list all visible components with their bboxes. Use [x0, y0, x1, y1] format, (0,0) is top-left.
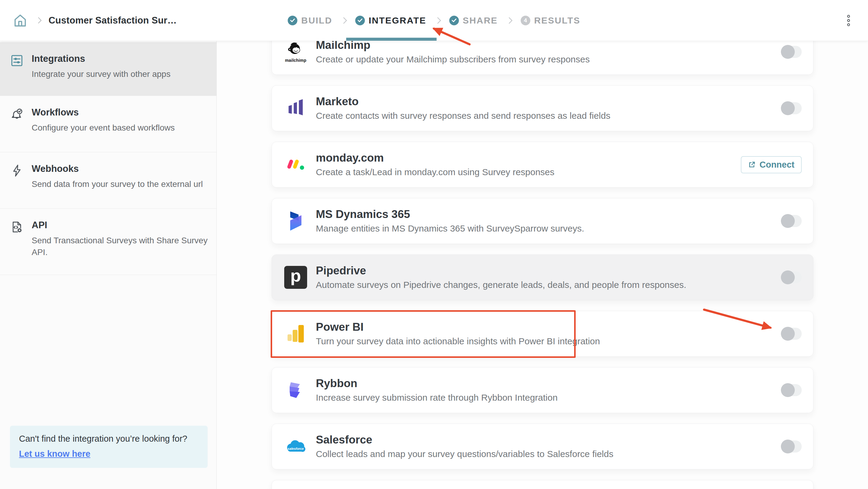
wizard-steps: BUILD INTEGRATE SHARE 4 RESULTS — [288, 0, 581, 41]
sidebar-item-webhooks[interactable]: Webhooks Send data from your survey to t… — [0, 152, 216, 209]
active-step-underline — [346, 38, 436, 41]
external-link-icon — [748, 161, 756, 169]
integration-description: Automate surveys on Pipedrive changes, g… — [316, 279, 686, 290]
integration-card-partial[interactable] — [272, 480, 813, 489]
integration-description: Manage entities in MS Dynamics 365 with … — [316, 223, 584, 234]
integration-name: Marketo — [316, 95, 610, 108]
salesforce-toggle[interactable] — [782, 440, 802, 453]
lightning-icon — [10, 164, 24, 178]
salesforce-wordmark: salesforce — [287, 447, 304, 450]
step-separator-icon — [340, 17, 347, 24]
home-icon[interactable] — [12, 12, 28, 29]
integration-card-marketo[interactable]: Marketo Create contacts with survey resp… — [272, 85, 813, 131]
step-separator-icon — [506, 17, 513, 24]
more-options-kebab-icon[interactable] — [845, 12, 852, 28]
integration-name: Mailchimp — [316, 41, 590, 52]
integration-card-rybbon[interactable]: Rybbon Increase survey submission rate t… — [272, 367, 813, 413]
step-build[interactable]: BUILD — [288, 0, 333, 41]
step-results[interactable]: 4 RESULTS — [521, 0, 580, 41]
integrations-panel: mailchimp Mailchimp Create or update you… — [217, 41, 868, 489]
step-integrate[interactable]: INTEGRATE — [355, 0, 426, 41]
code-file-gear-icon — [10, 220, 24, 234]
monday-connect-button[interactable]: Connect — [741, 156, 802, 173]
breadcrumb-chevron-icon — [35, 17, 41, 24]
pipedrive-letter: p — [290, 266, 301, 285]
monday-logo-icon — [283, 158, 308, 171]
power-bi-logo-icon — [283, 325, 308, 343]
integration-description: Create contacts with survey responses an… — [316, 110, 610, 121]
sidebar-item-workflows[interactable]: Workflows Configure your event based wor… — [0, 96, 216, 152]
integration-card-ms-dynamics[interactable]: MS Dynamics 365 Manage entities in MS Dy… — [272, 198, 813, 244]
sidebar-item-title: Webhooks — [32, 164, 203, 174]
pipedrive-toggle[interactable] — [782, 271, 802, 283]
integration-description: Increase survey submission rate through … — [316, 392, 558, 403]
integration-description: Create or update your Mailchimp subscrib… — [316, 54, 590, 65]
integration-name: MS Dynamics 365 — [316, 208, 584, 221]
sidebar-item-title: API — [32, 220, 213, 230]
integration-card-mailchimp[interactable]: mailchimp Mailchimp Create or update you… — [272, 41, 813, 75]
rybbon-toggle[interactable] — [782, 384, 802, 396]
integration-help-box: Can't find the integration you’re lookin… — [10, 426, 208, 468]
marketo-toggle[interactable] — [782, 102, 802, 114]
top-header: Customer Satisfaction Sur… BUILD INTEGRA… — [0, 0, 868, 41]
sidebar-item-subtitle: Integrate your survey with other apps — [32, 68, 170, 80]
step-number-circle: 4 — [521, 16, 530, 25]
help-question: Can't find the integration you’re lookin… — [19, 434, 198, 444]
step-separator-icon — [434, 17, 441, 24]
step-results-number: 4 — [524, 17, 527, 24]
pipedrive-logo-icon: p — [283, 266, 308, 289]
check-circle-icon — [288, 16, 298, 25]
mailchimp-wordmark: mailchimp — [285, 58, 306, 63]
breadcrumb: Customer Satisfaction Sur… — [12, 0, 177, 41]
let-us-know-link[interactable]: Let us know here — [19, 449, 90, 459]
survey-title[interactable]: Customer Satisfaction Sur… — [49, 15, 177, 26]
integration-name: Rybbon — [316, 377, 558, 390]
ms-dynamics-toggle[interactable] — [782, 215, 802, 227]
step-results-label: RESULTS — [534, 16, 580, 26]
integration-card-salesforce[interactable]: salesforce Salesforce Collect leads and … — [272, 424, 813, 469]
integrations-sidebar: Integrations Integrate your survey with … — [0, 41, 217, 489]
integration-card-monday[interactable]: monday.com Create a task/Lead in monday.… — [272, 142, 813, 187]
step-build-label: BUILD — [301, 16, 333, 26]
sliders-icon — [10, 54, 24, 67]
rybbon-logo-icon — [283, 381, 308, 399]
power-bi-toggle[interactable] — [782, 328, 802, 340]
integration-card-pipedrive[interactable]: p Pipedrive Automate surveys on Pipedriv… — [272, 254, 813, 300]
integration-name: Pipedrive — [316, 265, 686, 277]
sidebar-item-integrations[interactable]: Integrations Integrate your survey with … — [0, 42, 216, 96]
integration-description: Turn your survey data into actionable in… — [316, 336, 600, 347]
sidebar-item-api[interactable]: API Send Transactional Surveys with Shar… — [0, 209, 216, 275]
integration-list: mailchimp Mailchimp Create or update you… — [272, 41, 813, 489]
step-share-label: SHARE — [463, 16, 498, 26]
sidebar-item-subtitle: Send Transactional Surveys with Share Su… — [32, 235, 213, 258]
mailchimp-toggle[interactable] — [782, 46, 802, 58]
connect-label: Connect — [760, 160, 795, 170]
sidebar-menu: Integrations Integrate your survey with … — [0, 42, 216, 275]
sidebar-item-title: Workflows — [32, 107, 175, 118]
step-share[interactable]: SHARE — [449, 0, 498, 41]
integration-name: monday.com — [316, 152, 555, 164]
sidebar-item-subtitle: Send data from your survey to the extern… — [32, 178, 203, 190]
salesforce-logo-icon: salesforce — [283, 439, 308, 454]
bell-check-icon — [10, 107, 24, 121]
step-integrate-label: INTEGRATE — [369, 16, 426, 26]
check-circle-icon — [355, 16, 365, 25]
sidebar-item-subtitle: Configure your event based workflows — [32, 122, 175, 133]
marketo-logo-icon — [283, 99, 308, 118]
ms-dynamics-logo-icon — [283, 211, 308, 231]
integration-name: Power BI — [316, 321, 600, 334]
integration-name: Salesforce — [316, 433, 613, 447]
integration-description: Collect leads and map your survey questi… — [316, 449, 613, 459]
mailchimp-logo-icon: mailchimp — [283, 41, 308, 63]
integration-card-power-bi[interactable]: Power BI Turn your survey data into acti… — [272, 311, 813, 357]
integration-description: Create a task/Lead in monday.com using S… — [316, 167, 555, 178]
check-circle-icon — [449, 16, 459, 25]
sidebar-item-title: Integrations — [32, 54, 170, 64]
